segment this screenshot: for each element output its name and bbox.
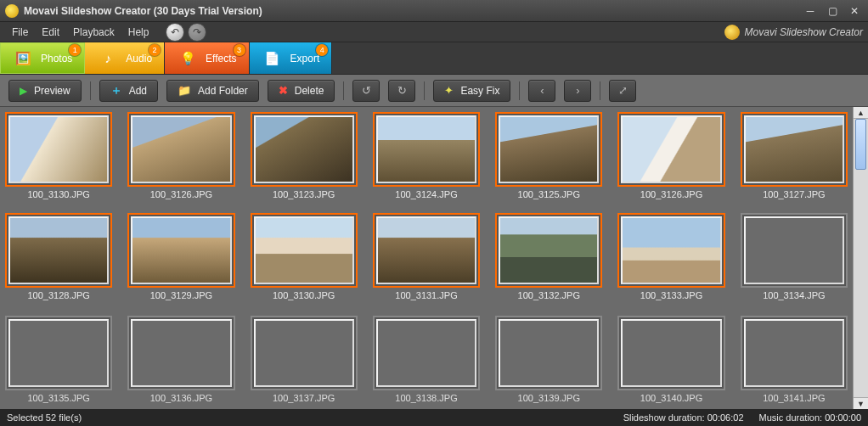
preview-button[interactable]: ▶ Preview bbox=[8, 80, 82, 102]
vertical-scrollbar[interactable]: ▲ ▼ bbox=[853, 107, 868, 409]
thumbnail-filename: 100_3129.JPG bbox=[127, 290, 234, 302]
thumbnail-filename: 100_3132.JPG bbox=[495, 290, 602, 302]
thumbnail-item[interactable]: 100_3124.JPG bbox=[373, 112, 480, 201]
button-label: Add bbox=[129, 85, 147, 97]
plus-icon: ＋ bbox=[110, 83, 122, 98]
thumbnail-image bbox=[744, 115, 844, 183]
menu-playback[interactable]: Playback bbox=[66, 24, 121, 41]
audio-icon: ♪ bbox=[97, 48, 119, 70]
easy-fix-button[interactable]: ✦ Easy Fix bbox=[433, 80, 510, 102]
title-bar: Movavi Slideshow Creator (30 Days Trial … bbox=[0, 0, 868, 22]
thumbnail-frame bbox=[127, 112, 234, 187]
thumbnail-frame bbox=[5, 213, 112, 288]
thumbnail-item[interactable]: 100_3136.JPG bbox=[127, 316, 234, 405]
thumbnail-image bbox=[254, 319, 354, 387]
thumbnail-image bbox=[8, 319, 109, 387]
thumbnail-image bbox=[8, 115, 109, 183]
thumbnail-item[interactable]: 100_3141.JPG bbox=[741, 316, 848, 405]
tab-photos[interactable]: 🖼️ Photos 1 bbox=[0, 42, 85, 74]
status-slideshow-duration: Slideshow duration: 00:06:02 bbox=[623, 412, 744, 423]
thumbnail-filename: 100_3136.JPG bbox=[127, 393, 234, 405]
thumbnail-image bbox=[744, 216, 844, 284]
thumbnail-image bbox=[499, 319, 599, 387]
thumbnail-frame bbox=[495, 112, 602, 187]
redo-button[interactable]: ↷ bbox=[188, 23, 206, 42]
next-button[interactable]: › bbox=[564, 80, 591, 102]
thumbnail-item[interactable]: 100_3140.JPG bbox=[617, 316, 724, 405]
thumbnail-item[interactable]: 100_3129.JPG bbox=[127, 213, 234, 302]
thumbnail-image bbox=[621, 115, 721, 183]
app-icon bbox=[5, 4, 19, 18]
add-folder-button[interactable]: 📁 Add Folder bbox=[166, 80, 259, 102]
tab-effects[interactable]: 💡 Effects 3 bbox=[165, 42, 249, 74]
delete-button[interactable]: ✖ Delete bbox=[268, 80, 335, 102]
close-button[interactable]: ✕ bbox=[846, 4, 863, 18]
menu-bar: File Edit Playback Help ↶ ↷ Movavi Slide… bbox=[0, 22, 868, 42]
thumbnail-item[interactable]: 100_3123.JPG bbox=[251, 112, 358, 201]
scroll-up-button[interactable]: ▲ bbox=[854, 107, 868, 119]
tab-label: Audio bbox=[126, 53, 152, 64]
thumbnail-item[interactable]: 100_3127.JPG bbox=[741, 112, 848, 201]
add-button[interactable]: ＋ Add bbox=[99, 80, 158, 102]
prev-button[interactable]: ‹ bbox=[528, 80, 555, 102]
thumbnail-item[interactable]: 100_3130.JPG bbox=[251, 213, 358, 302]
thumbnail-item[interactable]: 100_3137.JPG bbox=[251, 316, 358, 405]
thumbnail-frame bbox=[373, 112, 480, 187]
thumbnail-item[interactable]: 100_3126.JPG bbox=[617, 112, 724, 201]
chevron-left-icon: ‹ bbox=[540, 84, 544, 97]
button-label: Delete bbox=[295, 85, 324, 97]
thumbnail-item[interactable]: 100_3138.JPG bbox=[373, 316, 480, 405]
tab-label: Export bbox=[290, 53, 320, 64]
thumbnail-frame bbox=[127, 316, 234, 390]
photos-icon: 🖼️ bbox=[12, 48, 34, 70]
menu-file[interactable]: File bbox=[5, 24, 35, 41]
scroll-thumb[interactable] bbox=[855, 119, 866, 170]
thumbnail-item[interactable]: 100_3133.JPG bbox=[617, 213, 724, 302]
minimize-button[interactable]: ─ bbox=[802, 4, 819, 18]
separator bbox=[519, 81, 520, 100]
thumbnail-item[interactable]: 100_3125.JPG bbox=[495, 112, 602, 201]
thumbnail-filename: 100_3126.JPG bbox=[617, 189, 724, 201]
status-selected: Selected 52 file(s) bbox=[7, 412, 82, 423]
status-bar: Selected 52 file(s) Slideshow duration: … bbox=[0, 409, 868, 426]
chevron-right-icon: › bbox=[576, 84, 579, 97]
menu-edit[interactable]: Edit bbox=[35, 24, 66, 41]
thumbnail-frame bbox=[251, 316, 358, 390]
thumbnail-filename: 100_3131.JPG bbox=[373, 290, 480, 302]
fit-button[interactable]: ⤢ bbox=[609, 80, 636, 102]
thumbnail-filename: 100_3134.JPG bbox=[741, 290, 848, 302]
thumbnail-item[interactable]: 100_3126.JPG bbox=[127, 112, 234, 201]
tab-label: Effects bbox=[206, 53, 236, 64]
rotate-left-button[interactable]: ↺ bbox=[352, 80, 380, 102]
tab-audio[interactable]: ♪ Audio 2 bbox=[85, 42, 165, 74]
undo-button[interactable]: ↶ bbox=[166, 23, 184, 42]
thumbnail-item[interactable]: 100_3139.JPG bbox=[495, 316, 602, 405]
rotate-right-icon: ↻ bbox=[397, 84, 407, 97]
scroll-down-button[interactable]: ▼ bbox=[854, 397, 868, 409]
thumbnail-frame bbox=[5, 316, 112, 390]
thumbnail-image bbox=[254, 115, 354, 183]
thumbnail-frame bbox=[495, 213, 602, 288]
tab-export[interactable]: 📄 Export 4 bbox=[250, 42, 333, 74]
thumbnail-frame bbox=[251, 213, 358, 288]
rotate-right-button[interactable]: ↻ bbox=[388, 80, 415, 102]
thumbnail-frame bbox=[741, 316, 848, 390]
thumbnail-item[interactable]: 100_3131.JPG bbox=[373, 213, 480, 302]
button-label: Add Folder bbox=[198, 85, 248, 97]
thumbnail-frame bbox=[741, 112, 848, 187]
thumbnail-scroll-area[interactable]: 100_3130.JPG100_3126.JPG100_3123.JPG100_… bbox=[0, 107, 853, 409]
thumbnail-item[interactable]: 100_3135.JPG bbox=[5, 316, 112, 405]
thumbnail-item[interactable]: 100_3128.JPG bbox=[5, 213, 112, 302]
maximize-button[interactable]: ▢ bbox=[824, 4, 841, 18]
thumbnail-filename: 100_3124.JPG bbox=[373, 189, 480, 201]
thumbnail-frame bbox=[373, 316, 480, 390]
play-icon: ▶ bbox=[20, 85, 27, 97]
thumbnail-item[interactable]: 100_3134.JPG bbox=[741, 213, 848, 302]
menu-help[interactable]: Help bbox=[121, 24, 156, 41]
tab-badge: 1 bbox=[69, 44, 81, 56]
thumbnail-image bbox=[131, 115, 231, 183]
thumbnail-grid: 100_3130.JPG100_3126.JPG100_3123.JPG100_… bbox=[5, 112, 848, 405]
thumbnail-item[interactable]: 100_3132.JPG bbox=[495, 213, 602, 302]
thumbnail-item[interactable]: 100_3130.JPG bbox=[5, 112, 112, 201]
thumbnail-filename: 100_3139.JPG bbox=[495, 393, 602, 405]
